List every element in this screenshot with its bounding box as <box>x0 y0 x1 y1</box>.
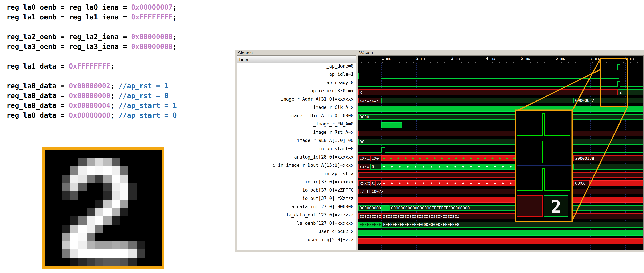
time-column-header[interactable]: Time <box>237 56 356 64</box>
wave-row-in_ap_rst[interactable] <box>358 171 644 179</box>
signal-label[interactable]: user_irq[2:0]=zzz <box>237 237 356 246</box>
wave-row-io_oeb[interactable]: zZFFFC00Zz <box>358 187 644 196</box>
signal-label[interactable]: io_oeb[37:0]=zZFFFC <box>237 188 356 196</box>
wave-segment-rfill <box>358 197 644 203</box>
digit-pixel <box>137 224 145 233</box>
wave-value-label: zzzzzzzzzzzzzzzzzzzzzzzzxzzzzzzZ <box>382 214 643 219</box>
wave-segment-rfill <box>589 180 644 186</box>
code-line: reg_la0_data = 0x00000000; //ap_rst = 0 <box>6 91 177 101</box>
code-line: reg_la1_data = 0xFFFFFFFF; <box>6 61 177 71</box>
digit-pixel <box>95 150 104 158</box>
code-line: reg_la0_data = 0x00000000; //ap_start = … <box>6 110 177 120</box>
wave-value-label: 0000 <box>358 114 643 120</box>
signal-label[interactable]: user_clock2=x <box>237 229 356 237</box>
digit-pixel <box>137 158 145 166</box>
signal-label[interactable]: la_data_out[127:0]=zzzzzz <box>237 212 356 220</box>
signal-label[interactable]: analog_io[28:0]=xxxxxx <box>237 154 356 163</box>
wave-row-ap_return[interactable]: x2 <box>358 88 644 96</box>
signal-label[interactable]: _ap_ready=0 <box>237 80 356 88</box>
signal-label[interactable]: _image_r_WEN_A[1:0]=00 <box>237 138 356 146</box>
wave-row-analog_io[interactable]: zXxxxxzzzX+z0000188 <box>358 154 644 162</box>
wave-segment-rbus: zZFFFC00Zz <box>358 188 644 194</box>
digit-pixel <box>145 200 153 208</box>
signal-label[interactable]: io_in[37:0]=xxxxxx <box>237 179 356 188</box>
signal-label[interactable]: _in_ap_start=0 <box>237 146 356 154</box>
signal-label[interactable]: i_in_image_r_Dout_A[15:0]=xxxx <box>237 163 356 171</box>
digit-pixel <box>54 158 62 166</box>
signal-label[interactable]: _image_r_Clk_A=x <box>237 105 356 113</box>
digit-pixel <box>128 208 137 216</box>
code-token-comment: //ap_start = 0 <box>118 111 177 119</box>
wave-row-image_r_Clk_A[interactable] <box>358 104 644 113</box>
digit-pixel <box>137 183 145 191</box>
wave-row-ap_done[interactable] <box>358 63 644 72</box>
time-cursor-line[interactable] <box>629 56 629 250</box>
digit-pixel <box>120 183 128 191</box>
code-token-hex: 0x00000000 <box>131 42 172 50</box>
wave-row-image_r_Rst_A[interactable] <box>358 130 644 138</box>
wave-row-io_out[interactable] <box>358 196 644 204</box>
digit-pixel <box>87 183 95 191</box>
digit-pixel <box>78 250 87 258</box>
timeline-ruler-ticks <box>358 62 644 63</box>
digit-pixel <box>62 150 70 158</box>
digit-pixel <box>45 233 54 241</box>
signal-label[interactable]: _image_r_Addr_A[31:0]=xxxxxx <box>237 96 356 105</box>
digit-pixel <box>78 166 87 174</box>
signal-label[interactable]: _ap_return[3:0]=x <box>237 88 356 96</box>
signal-label[interactable]: _ap_idle=1 <box>237 72 356 80</box>
wave-row-la_data_in[interactable]: 0000000000+00000000000000000FFFFFFFF0000… <box>358 204 644 212</box>
wave-value-label: zZFFFC00Zz <box>358 189 643 194</box>
wave-segment-gbus: 00 <box>358 139 644 145</box>
wave-segment-rbus: x <box>358 89 618 95</box>
digit-pixel <box>154 158 162 166</box>
signal-label[interactable]: _ap_done=0 <box>237 64 356 72</box>
digit-pixel <box>87 191 95 200</box>
digit-pixel <box>112 224 120 233</box>
signal-label[interactable]: io_out[37:0]=zXzzzz <box>237 196 356 204</box>
signal-label[interactable]: la_data_in[127:0]=000000 <box>237 204 356 212</box>
signal-label[interactable]: _image_r_Din_A[15:0]=0000 <box>237 113 356 121</box>
signal-label[interactable]: _image_r_Rst_A=x <box>237 130 356 138</box>
digit-pixel <box>137 258 145 266</box>
digit-pixel <box>104 158 112 166</box>
digit-pixel <box>154 166 162 174</box>
digit-pixel <box>128 158 137 166</box>
signal-label[interactable]: in_ap_rst=x <box>237 171 356 179</box>
wave-row-image_r_EN_A[interactable] <box>358 121 644 130</box>
digit-pixel <box>54 174 62 183</box>
wave-timeline[interactable]: 1 ms2 ms3 ms4 ms5 ms6 ms7 ms8 ms <box>358 56 644 63</box>
digit-pixel <box>87 224 95 233</box>
wave-row-user_irq[interactable] <box>358 237 644 245</box>
digit-pixel <box>70 258 78 266</box>
wave-row-ap_ready[interactable] <box>358 80 644 88</box>
digit-pixel <box>104 224 112 233</box>
digit-pixel <box>87 208 95 216</box>
wave-row-io_in[interactable]: xxxxxxxx+XX+X+00XX <box>358 179 644 187</box>
digit-pixel <box>104 208 112 216</box>
wave-segment-gbusfill: FFFFFFFFF+ <box>358 222 382 228</box>
wave-segment-rbus: zX+ <box>370 156 382 161</box>
digit-pixel <box>154 250 162 258</box>
wave-row-in_ap_start[interactable] <box>358 146 644 154</box>
signal-label[interactable]: _image_r_EN_A=0 <box>237 121 356 130</box>
code-token-plain: ; <box>172 13 177 21</box>
wave-segment-low <box>620 70 644 70</box>
wave-segment-rfill <box>358 238 644 244</box>
code-line <box>6 71 177 81</box>
wave-row-image_r_Din_A[interactable]: 0000 <box>358 113 644 121</box>
digit-pixel <box>120 191 128 200</box>
digit-pixel <box>112 158 120 166</box>
wave-row-la_data_out[interactable]: zzzzzzzzzzz+zzzzzzzzzzzzzzzzzzzzzzzzxzzz… <box>358 212 644 220</box>
wave-row-image_r_Addr_A[interactable]: xxxxxxxx00000622 <box>358 96 644 104</box>
wave-segment-rbus: zzzzzzzzzzz+ <box>358 213 382 219</box>
wave-row-ap_idle[interactable] <box>358 72 644 80</box>
wave-row-user_clock2[interactable] <box>358 229 644 237</box>
wave-row-i_in_image_r_Dout_A[interactable]: xxxx0+ <box>358 162 644 171</box>
wave-row-image_r_WEN_A[interactable]: 00 <box>358 138 644 146</box>
signal-label[interactable]: la_oenb[127:0]=xxxxxx <box>237 220 356 229</box>
wave-row-la_oenb[interactable]: FFFFFFFFF+FFFFFFFFFFFFFFFF00000000FFFFFF… <box>358 220 644 229</box>
code-token-hex: 0x00000000 <box>131 33 172 41</box>
wave-rows: x2xxxxxxxx00000622000000zXxxxxzzzX+z0000… <box>358 63 644 250</box>
digit-pixel <box>154 200 162 208</box>
